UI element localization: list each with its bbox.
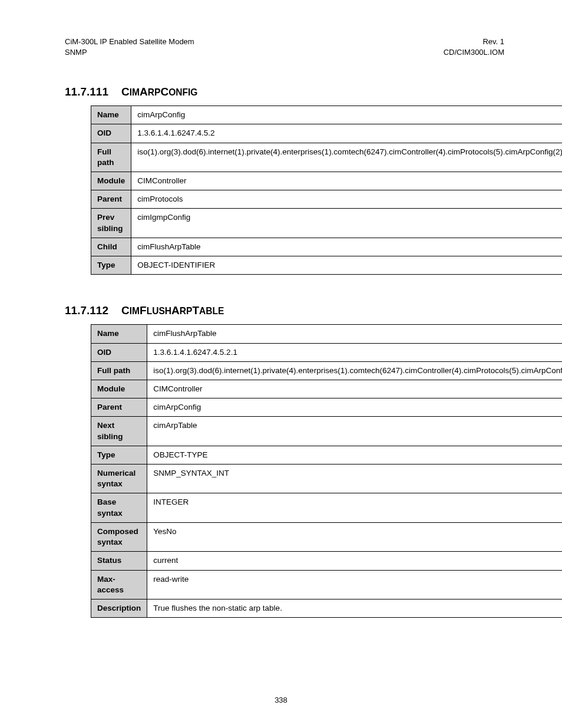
row-label: Composed syntax	[91, 522, 147, 551]
table-row: NamecimArpConfig	[91, 106, 563, 124]
table-row: Composed syntaxYesNo	[91, 522, 563, 551]
table-row: NamecimFlushArpTable	[91, 325, 563, 343]
row-label: Max-access	[91, 570, 147, 599]
row-label: Type	[91, 256, 131, 275]
page-header: CiM-300L IP Enabled Satellite Modem SNMP…	[65, 37, 504, 57]
row-value: SNMP_SYNTAX_INT	[147, 465, 562, 493]
row-value: 1.3.6.1.4.1.6247.4.5.2.1	[147, 343, 562, 361]
header-docid: CD/CIM300L.IOM	[444, 47, 504, 58]
section-heading-1: 11.7.111CIMARPCONFIG	[65, 85, 504, 98]
object-table-1-body: NamecimArpConfigOID1.3.6.1.4.1.6247.4.5.…	[91, 106, 563, 275]
header-revision: Rev. 1	[444, 37, 504, 47]
document-page: CiM-300L IP Enabled Satellite Modem SNMP…	[0, 0, 562, 728]
object-table-1: NamecimArpConfigOID1.3.6.1.4.1.6247.4.5.…	[91, 106, 562, 275]
row-value: cimIgmpConfig	[131, 209, 562, 238]
table-row: Base syntaxINTEGER	[91, 493, 563, 522]
row-value: current	[147, 552, 562, 570]
section-number-2: 11.7.112	[65, 304, 108, 317]
row-value: iso(1).org(3).dod(6).internet(1).private…	[131, 143, 562, 172]
row-label: Next sibling	[91, 417, 147, 446]
row-label: Parent	[91, 190, 131, 209]
object-table-2-body: NamecimFlushArpTableOID1.3.6.1.4.1.6247.…	[91, 325, 563, 618]
table-row: ParentcimProtocols	[91, 190, 563, 209]
row-label: Child	[91, 238, 131, 256]
table-row: ModuleCIMController	[91, 380, 563, 398]
row-label: Parent	[91, 398, 147, 417]
table-row: Statuscurrent	[91, 552, 563, 570]
row-label: Full path	[91, 361, 147, 380]
row-label: Module	[91, 172, 131, 190]
table-row: ChildcimFlushArpTable	[91, 238, 563, 256]
row-label: Status	[91, 552, 147, 570]
section-title-1: CIMARPCONFIG	[121, 85, 198, 98]
row-value: cimFlushArpTable	[131, 238, 562, 256]
row-label: Module	[91, 380, 147, 398]
table-row: TypeOBJECT-IDENTIFIER	[91, 256, 563, 275]
table-row: ModuleCIMController	[91, 172, 563, 190]
section-heading-2: 11.7.112CIMFLUSHARPTABLE	[65, 304, 504, 317]
row-value: cimFlushArpTable	[147, 325, 562, 343]
table-row: OID1.3.6.1.4.1.6247.4.5.2.1	[91, 343, 563, 361]
row-value: INTEGER	[147, 493, 562, 522]
row-label: Type	[91, 446, 147, 464]
row-label: Name	[91, 106, 131, 124]
section-number-1: 11.7.111	[65, 85, 108, 98]
table-row: Full pathiso(1).org(3).dod(6).internet(1…	[91, 361, 563, 380]
row-value: iso(1).org(3).dod(6).internet(1).private…	[147, 361, 562, 380]
row-value: YesNo	[147, 522, 562, 551]
row-label: Base syntax	[91, 493, 147, 522]
row-value: CIMController	[131, 172, 562, 190]
row-label: OID	[91, 343, 147, 361]
row-label: Full path	[91, 143, 131, 172]
row-value: True flushes the non-static arp table.	[147, 599, 562, 618]
page-number: 338	[0, 696, 562, 704]
header-right: Rev. 1 CD/CIM300L.IOM	[444, 37, 504, 57]
table-row: ParentcimArpConfig	[91, 398, 563, 417]
row-value: OBJECT-IDENTIFIER	[131, 256, 562, 275]
row-label: Numerical syntax	[91, 465, 147, 493]
object-table-2: NamecimFlushArpTableOID1.3.6.1.4.1.6247.…	[91, 324, 562, 618]
row-value: CIMController	[147, 380, 562, 398]
table-row: Next siblingcimArpTable	[91, 417, 563, 446]
header-section: SNMP	[65, 47, 194, 58]
table-row: Max-accessread-write	[91, 570, 563, 599]
row-value: OBJECT-TYPE	[147, 446, 562, 464]
header-left: CiM-300L IP Enabled Satellite Modem SNMP	[65, 37, 194, 57]
row-value: cimArpConfig	[131, 106, 562, 124]
header-device-title: CiM-300L IP Enabled Satellite Modem	[65, 37, 194, 47]
table-row: Full pathiso(1).org(3).dod(6).internet(1…	[91, 143, 563, 172]
row-value: cimProtocols	[131, 190, 562, 209]
row-value: cimArpConfig	[147, 398, 562, 417]
row-label: Name	[91, 325, 147, 343]
row-value: 1.3.6.1.4.1.6247.4.5.2	[131, 124, 562, 143]
section-title-2: CIMFLUSHARPTABLE	[121, 304, 224, 317]
row-value: read-write	[147, 570, 562, 599]
row-value: cimArpTable	[147, 417, 562, 446]
table-row: Prev siblingcimIgmpConfig	[91, 209, 563, 238]
row-label: OID	[91, 124, 131, 143]
table-row: Numerical syntaxSNMP_SYNTAX_INT	[91, 465, 563, 493]
row-label: Prev sibling	[91, 209, 131, 238]
table-row: DescriptionTrue flushes the non-static a…	[91, 599, 563, 618]
row-label: Description	[91, 599, 147, 618]
table-row: OID1.3.6.1.4.1.6247.4.5.2	[91, 124, 563, 143]
table-row: TypeOBJECT-TYPE	[91, 446, 563, 464]
